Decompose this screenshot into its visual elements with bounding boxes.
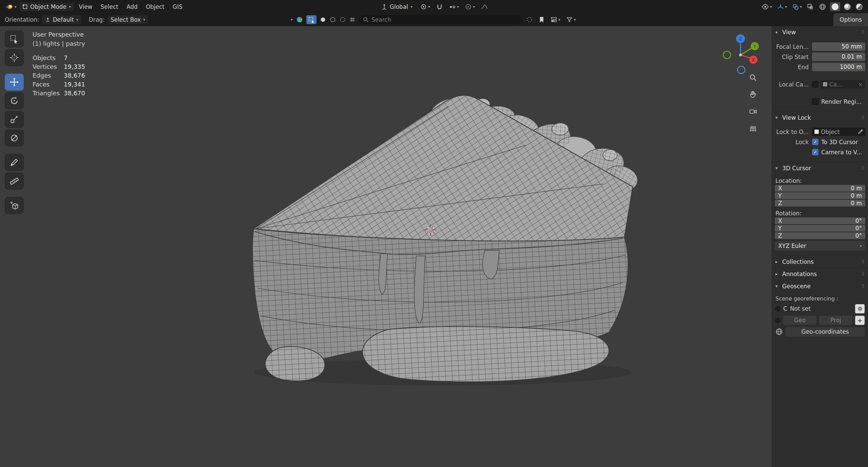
- tool-measure[interactable]: [5, 173, 24, 190]
- location-x-field[interactable]: X 0 m: [775, 185, 865, 192]
- section-geoscene-header[interactable]: ▾ Geoscene ⠿: [772, 280, 868, 292]
- section-geoscene-title: Geoscene: [782, 283, 811, 290]
- show-overlays-dropdown[interactable]: ▾: [791, 2, 803, 11]
- tool-option-icon[interactable]: [329, 16, 336, 23]
- panel-grip-icon[interactable]: ⠿: [861, 166, 865, 171]
- section-collections-header[interactable]: ▸ Collections ⠿: [772, 255, 868, 268]
- panel-grip-icon[interactable]: ⠿: [861, 284, 865, 289]
- menu-gis[interactable]: GIS: [169, 2, 186, 12]
- stat-label: Faces: [33, 80, 64, 89]
- add-crs-button[interactable]: +: [855, 316, 865, 325]
- shading-rendered-button[interactable]: [854, 2, 864, 11]
- chevron-down-icon: ▾: [775, 115, 782, 120]
- location-z-field[interactable]: Z 0 m: [775, 200, 865, 207]
- geo-button[interactable]: Geo: [783, 316, 816, 325]
- menu-add[interactable]: Add: [123, 2, 141, 12]
- display-settings-dropdown[interactable]: ▾: [549, 15, 561, 24]
- proj-button[interactable]: Proj: [819, 316, 852, 325]
- falloff-sphere-icon[interactable]: [296, 16, 303, 23]
- tool-cursor[interactable]: [5, 49, 24, 66]
- blender-logo-menu[interactable]: ▾: [4, 2, 18, 11]
- section-view-lock-header[interactable]: ▾ View Lock ⠿: [772, 111, 868, 123]
- menu-select[interactable]: Select: [97, 2, 122, 12]
- rotation-y-field[interactable]: Y 0°: [775, 225, 865, 232]
- geo-coordinates-button[interactable]: Geo-coordinates: [786, 327, 865, 336]
- orientation-default-dropdown[interactable]: Default ▾: [42, 15, 81, 24]
- render-region-checkbox[interactable]: [812, 98, 818, 105]
- filter-dropdown[interactable]: ▾: [565, 15, 577, 24]
- focal-length-field[interactable]: 50 mm: [812, 42, 865, 51]
- options-button[interactable]: Options: [833, 13, 868, 26]
- lock-to-object-field[interactable]: Object: [812, 128, 865, 136]
- 3d-cursor[interactable]: [424, 223, 437, 237]
- proj-radio[interactable]: [775, 318, 781, 323]
- pan-button[interactable]: [747, 89, 759, 100]
- transform-orientation-dropdown[interactable]: Global ▾: [378, 2, 415, 11]
- stat-label: Vertices: [33, 62, 64, 71]
- shading-wireframe-button[interactable]: [817, 2, 828, 12]
- panel-grip-icon[interactable]: ⠿: [861, 115, 865, 120]
- tool-transform[interactable]: [5, 130, 24, 147]
- collapse-chevron-icon[interactable]: ▾: [291, 18, 293, 22]
- crs-radio[interactable]: [775, 306, 781, 311]
- zoom-button[interactable]: [747, 72, 759, 83]
- stat-label: Triangles: [33, 89, 64, 98]
- drag-mode-dropdown[interactable]: Select Box ▾: [107, 15, 148, 24]
- to-3d-cursor-checkbox[interactable]: ✓: [812, 139, 818, 145]
- tool-rotate[interactable]: [5, 92, 24, 109]
- chevron-right-icon: ▸: [775, 259, 782, 264]
- tool-add-cube[interactable]: [5, 197, 24, 214]
- navigation-gizmo[interactable]: Z Y X: [718, 33, 763, 77]
- show-gizmo-dropdown[interactable]: ▾: [776, 2, 788, 11]
- axis-x-label: X: [752, 57, 755, 62]
- mode-dropdown[interactable]: Object Mode ▾: [19, 2, 74, 11]
- stat-value: 19,341: [64, 80, 85, 89]
- visibility-dropdown[interactable]: ▾: [760, 2, 773, 11]
- tool-option-icon[interactable]: [319, 16, 326, 23]
- eyedropper-icon[interactable]: [858, 129, 863, 134]
- clip-end-field[interactable]: 1000 m: [812, 63, 865, 71]
- tool-move[interactable]: [5, 74, 24, 91]
- close-icon[interactable]: ×: [858, 81, 863, 88]
- section-3d-cursor-header[interactable]: ▾ 3D Cursor ⠿: [772, 162, 868, 174]
- camera-view-button[interactable]: [747, 106, 759, 117]
- clip-start-field[interactable]: 0.01 m: [812, 53, 865, 61]
- pivot-point-dropdown[interactable]: ▾: [419, 2, 432, 11]
- rotation-z-field[interactable]: Z 0°: [775, 232, 865, 239]
- proportional-editing-toggle[interactable]: ▾: [464, 2, 476, 11]
- section-view-header[interactable]: ▾ View ⠿: [772, 26, 868, 38]
- rotation-order-dropdown[interactable]: XYZ Euler ▾: [775, 241, 865, 251]
- bookmark-button[interactable]: [537, 15, 546, 24]
- falloff-curve-button[interactable]: [480, 2, 490, 11]
- tool-scale[interactable]: [5, 111, 24, 128]
- section-annotations-header[interactable]: ▸ Annotations ⠿: [772, 268, 868, 280]
- tool-annotate[interactable]: [5, 154, 24, 171]
- search-box[interactable]: [359, 15, 521, 24]
- camera-to-view-checkbox[interactable]: ✓: [812, 149, 818, 155]
- tool-select-box[interactable]: [5, 31, 24, 47]
- shading-solid-button[interactable]: [830, 2, 840, 11]
- location-y-field[interactable]: Y 0 m: [775, 192, 865, 199]
- shading-material-button[interactable]: [843, 2, 852, 11]
- xray-toggle[interactable]: [806, 2, 815, 11]
- local-camera-checkbox[interactable]: [812, 81, 818, 87]
- rotation-x-field[interactable]: X 0°: [775, 217, 865, 224]
- local-camera-field[interactable]: Ca... ×: [821, 80, 865, 89]
- select-box-tool-button[interactable]: [306, 15, 316, 24]
- dashed-circle-dropdown[interactable]: [525, 15, 534, 24]
- menu-object[interactable]: Object: [142, 2, 168, 12]
- panel-grip-icon[interactable]: ⠿: [861, 259, 865, 265]
- grid-option-icon[interactable]: [349, 16, 356, 23]
- snap-toggle[interactable]: [435, 2, 445, 11]
- snap-settings-dropdown[interactable]: ▾: [448, 2, 460, 11]
- menu-view[interactable]: View: [75, 2, 96, 12]
- panel-grip-icon[interactable]: ⠿: [861, 30, 865, 35]
- tool-option-icon[interactable]: [339, 16, 346, 23]
- ortho-toggle-button[interactable]: [747, 123, 759, 134]
- panel-grip-icon[interactable]: ⠿: [861, 271, 865, 277]
- crs-settings-button[interactable]: [855, 304, 865, 313]
- material-sphere-icon: [844, 3, 851, 10]
- axis-z-label: Z: [739, 36, 742, 41]
- dashed-circle-icon: [526, 16, 533, 23]
- search-input[interactable]: [372, 16, 518, 23]
